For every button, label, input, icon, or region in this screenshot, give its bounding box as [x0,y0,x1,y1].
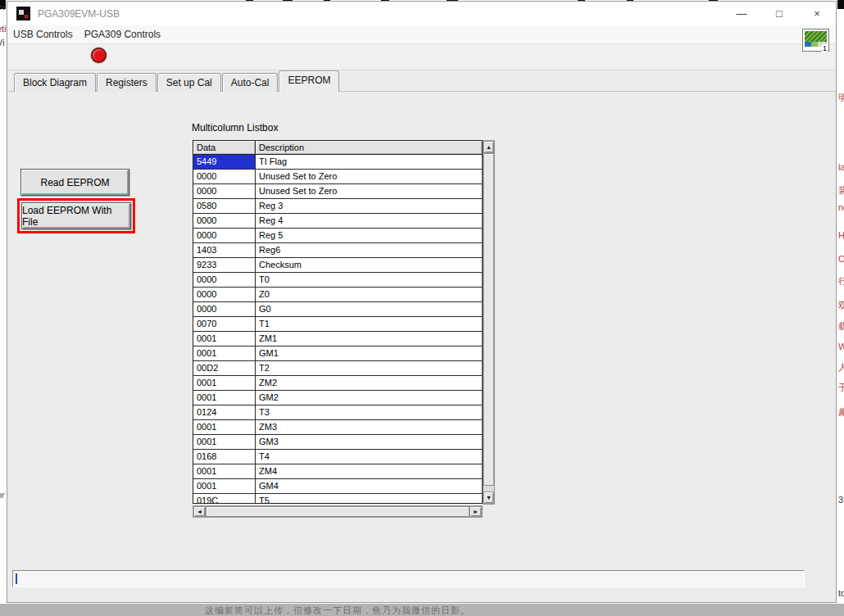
cell-description[interactable]: Reg 4 [256,214,482,229]
cell-data[interactable]: 0000 [193,273,256,288]
cell-data[interactable]: 0001 [193,332,256,346]
table-row[interactable]: 0000Unused Set to Zero [193,184,482,199]
cell-description[interactable]: Checksum [256,258,482,273]
cell-description[interactable]: ZM2 [256,376,482,391]
cell-data[interactable]: 0001 [193,391,256,405]
cell-data[interactable]: 00D2 [193,361,256,376]
table-row[interactable]: 0000G0 [193,302,482,317]
tab-auto-cal[interactable]: Auto-Cal [222,73,279,92]
labview-tray-icon[interactable]: 1 [802,29,829,52]
horizontal-scrollbar-thumb[interactable] [206,506,470,517]
cell-description[interactable]: TI Flag [256,155,482,170]
cell-data[interactable]: 0124 [193,405,256,420]
column-header-data[interactable]: Data [193,141,256,154]
table-row[interactable]: 0070T1 [193,317,482,332]
close-button[interactable]: × [798,2,836,25]
cell-data[interactable]: 0000 [193,302,256,317]
scroll-right-button[interactable]: ► [470,506,482,517]
cell-data[interactable]: 0000 [193,184,256,199]
cell-description[interactable]: T3 [256,405,482,420]
table-row[interactable]: 0001GM2 [193,391,482,405]
table-row[interactable]: 0000Reg 5 [193,229,482,243]
column-header-description[interactable]: Description [256,141,482,154]
abort-stop-button[interactable] [91,48,107,63]
cell-description[interactable]: Reg 5 [256,229,482,243]
read-eeprom-button[interactable]: Read EEPROM [20,169,129,196]
vertical-scrollbar[interactable]: ▲ ▼ [483,140,495,505]
table-row[interactable]: 0001GM3 [193,435,482,450]
cell-data[interactable]: 5449 [193,155,256,170]
tab-eeprom[interactable]: EEPROM [279,70,339,92]
menu-item-usb-controls[interactable]: USB Controls [7,29,79,40]
cell-description[interactable]: Z0 [256,288,482,302]
cell-description[interactable]: Reg 3 [256,199,482,214]
table-row[interactable]: 019CT5 [193,494,482,503]
cell-data[interactable]: 0000 [193,229,256,243]
table-row[interactable]: 0001ZM1 [193,332,482,346]
cell-description[interactable]: GM2 [256,391,482,405]
edge-artifact: or [0,490,5,500]
cell-data[interactable]: 9233 [193,258,256,273]
table-row[interactable]: 5449TI Flag [193,155,482,170]
cell-description[interactable]: T4 [256,450,482,464]
table-row[interactable]: 0124T3 [193,405,482,420]
cell-description[interactable]: T2 [256,361,482,376]
scroll-left-button[interactable]: ◄ [193,506,206,517]
table-row[interactable]: 0001GM4 [193,479,482,494]
cell-data[interactable]: 0001 [193,346,256,361]
scroll-down-button[interactable]: ▼ [483,491,494,504]
table-row[interactable]: 0001ZM4 [193,464,482,479]
table-row[interactable]: 0001ZM2 [193,376,482,391]
cell-data[interactable]: 019C [193,494,256,503]
load-eeprom-with-file-button[interactable]: Load EEPROM With File [21,202,131,229]
table-row[interactable]: 0001GM1 [193,346,482,361]
cell-description[interactable]: G0 [256,302,482,317]
cell-data[interactable]: 0168 [193,450,256,464]
scroll-up-button[interactable]: ▲ [483,141,494,153]
cell-data[interactable]: 0001 [193,479,256,494]
minimize-button[interactable]: — [723,2,760,25]
cell-description[interactable]: Reg6 [256,243,482,258]
cell-description[interactable]: T5 [256,494,482,503]
app-icon[interactable] [16,7,30,20]
cell-description[interactable]: T1 [256,317,482,332]
tab-registers[interactable]: Registers [97,73,157,92]
cell-description[interactable]: ZM3 [256,420,482,435]
table-row[interactable]: 0001ZM3 [193,420,482,435]
tab-set-up-cal[interactable]: Set up Cal [157,73,221,92]
cell-description[interactable]: T0 [256,273,482,288]
cell-data[interactable]: 0000 [193,288,256,302]
tab-block-diagram[interactable]: Block Diagram [14,73,96,92]
table-row[interactable]: 0000Unused Set to Zero [193,170,482,184]
cell-data[interactable]: 0001 [193,464,256,479]
vertical-scrollbar-thumb[interactable] [483,153,494,486]
table-row[interactable]: 0580Reg 3 [193,199,482,214]
cell-description[interactable]: Unused Set to Zero [256,170,482,184]
cell-data[interactable]: 0000 [193,214,256,229]
table-row[interactable]: 00D2T2 [193,361,482,376]
cell-description[interactable]: GM3 [256,435,482,450]
cell-description[interactable]: GM1 [256,346,482,361]
cell-description[interactable]: ZM4 [256,464,482,479]
maximize-button[interactable]: □ [760,2,798,25]
status-text-field[interactable] [12,570,805,587]
cell-data[interactable]: 0001 [193,376,256,391]
table-row[interactable]: 1403Reg6 [193,243,482,258]
cell-description[interactable]: Unused Set to Zero [256,184,482,199]
cell-data[interactable]: 1403 [193,243,256,258]
table-row[interactable]: 9233Checksum [193,258,482,273]
cell-data[interactable]: 0001 [193,435,256,450]
table-row[interactable]: 0000Reg 4 [193,214,482,229]
table-row[interactable]: 0168T4 [193,450,482,464]
cell-data[interactable]: 0070 [193,317,256,332]
cell-description[interactable]: GM4 [256,479,482,494]
table-row[interactable]: 0000Z0 [193,288,482,302]
table-row[interactable]: 0000T0 [193,273,482,288]
cell-description[interactable]: ZM1 [256,332,482,346]
menu-item-pga309-controls[interactable]: PGA309 Controls [79,29,166,40]
horizontal-scrollbar[interactable]: ◄ ► [193,505,483,518]
title-bar[interactable]: PGA309EVM-USB — □ × [7,2,836,25]
cell-data[interactable]: 0000 [193,170,256,184]
cell-data[interactable]: 0580 [193,199,256,214]
cell-data[interactable]: 0001 [193,420,256,435]
